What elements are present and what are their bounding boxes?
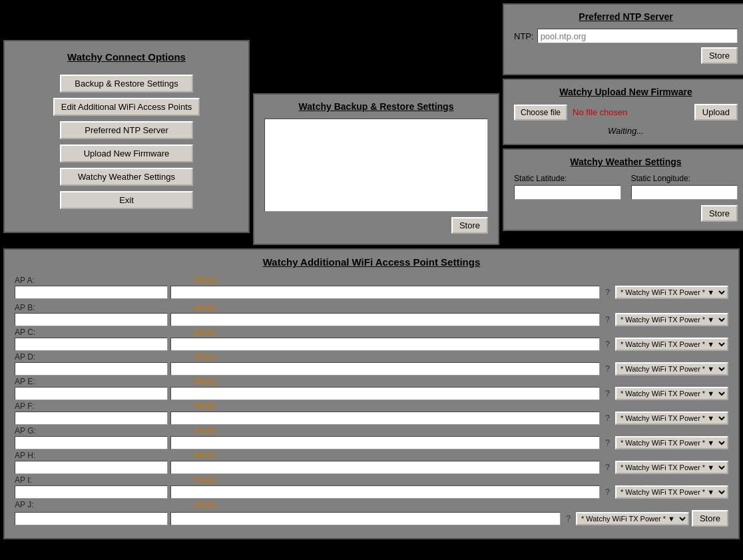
- ap-j-tx-select[interactable]: * Watchy WiFi TX Power * ▼: [576, 512, 689, 525]
- ap-e-pass[interactable]: [170, 387, 600, 400]
- pass-d-label: PASS:: [194, 352, 220, 362]
- ap-c-tx-select[interactable]: * Watchy WiFi TX Power * ▼: [615, 338, 728, 351]
- ntp-panel: Preferred NTP Server NTP: Store: [503, 3, 743, 75]
- pass-j-label: PASS:: [194, 500, 220, 509]
- ap-c-question: ?: [605, 340, 610, 349]
- ap-b-tx-select[interactable]: * Watchy WiFi TX Power * ▼: [615, 313, 728, 326]
- ap-e-question: ?: [605, 389, 610, 398]
- ap-d-tx-select[interactable]: * Watchy WiFi TX Power * ▼: [615, 362, 728, 376]
- firmware-btn[interactable]: Upload New Firmware: [60, 144, 193, 162]
- ntp-btn[interactable]: Preferred NTP Server: [60, 121, 193, 139]
- ap-d-label: AP D:: [15, 352, 41, 362]
- ap-f-tx-select[interactable]: * Watchy WiFi TX Power * ▼: [615, 412, 728, 425]
- ap-h-tx-select[interactable]: * Watchy WiFi TX Power * ▼: [615, 461, 728, 474]
- firmware-panel: Watchy Upload New Firmware Choose file N…: [503, 79, 743, 145]
- ap-e-tx-select[interactable]: * Watchy WiFi TX Power * ▼: [615, 387, 728, 400]
- ap-a-group: AP A: PASS: ? * Watchy WiFi TX Power * ▼: [15, 276, 728, 299]
- ap-a-tx-select[interactable]: * Watchy WiFi TX Power * ▼: [615, 286, 728, 299]
- ap-g-question: ?: [605, 438, 610, 447]
- ap-i-group: AP I: PASS: ? * Watchy WiFi TX Power * ▼: [15, 475, 728, 499]
- right-panels: Preferred NTP Server NTP: Store Watchy U…: [503, 3, 743, 231]
- ap-f-pass[interactable]: [170, 412, 600, 425]
- ap-h-question: ?: [605, 463, 610, 472]
- ap-h-pass[interactable]: [170, 461, 600, 474]
- ap-f-label: AP F:: [15, 402, 41, 411]
- wifi-store-button[interactable]: Store: [692, 510, 728, 527]
- choose-file-button[interactable]: Choose file: [514, 105, 567, 121]
- pass-e-label: PASS:: [194, 377, 220, 386]
- ap-i-label: AP I:: [15, 475, 41, 485]
- ap-b-label: AP B:: [15, 303, 41, 312]
- backup-restore-panel: Watchy Backup & Restore Settings Store: [253, 93, 499, 245]
- wifi-section: Watchy Additional WiFi Access Point Sett…: [3, 248, 740, 539]
- ap-g-tx-select[interactable]: * Watchy WiFi TX Power * ▼: [615, 436, 728, 449]
- backup-store-button[interactable]: Store: [451, 217, 488, 234]
- ap-e-label: AP E:: [15, 377, 41, 386]
- ntp-title: Preferred NTP Server: [514, 11, 738, 22]
- connect-options-title: Watchy Connect Options: [18, 51, 235, 63]
- ap-a-ssid[interactable]: [15, 286, 168, 299]
- backup-restore-title: Watchy Backup & Restore Settings: [264, 101, 488, 112]
- ap-b-group: AP B: PASS: ? * Watchy WiFi TX Power * ▼: [15, 303, 728, 326]
- ap-j-ssid[interactable]: [15, 512, 168, 525]
- ap-i-pass[interactable]: [170, 485, 600, 499]
- pass-f-label: PASS:: [194, 402, 220, 411]
- exit-button[interactable]: Exit: [60, 191, 193, 209]
- lat-label: Static Latitude:: [514, 174, 621, 183]
- weather-btn[interactable]: Watchy Weather Settings: [60, 168, 193, 186]
- ap-f-group: AP F: PASS: ? * Watchy WiFi TX Power * ▼: [15, 402, 728, 425]
- backup-restore-btn[interactable]: Backup & Restore Settings: [60, 75, 193, 93]
- lon-label: Static Longitude:: [631, 174, 738, 183]
- ap-g-label: AP G:: [15, 426, 41, 435]
- ap-j-pass[interactable]: [170, 512, 561, 525]
- pass-i-label: PASS:: [194, 475, 220, 485]
- ap-h-label: AP H:: [15, 451, 41, 460]
- pass-h-label: PASS:: [194, 451, 220, 460]
- ap-i-ssid[interactable]: [15, 485, 168, 499]
- ap-f-question: ?: [605, 414, 610, 423]
- ap-b-question: ?: [605, 315, 610, 324]
- ap-b-ssid[interactable]: [15, 313, 168, 326]
- pass-c-label: PASS:: [194, 328, 220, 337]
- firmware-waiting-text: Waiting...: [514, 126, 738, 136]
- ap-j-label: AP J:: [15, 500, 41, 509]
- pass-g-label: PASS:: [194, 426, 220, 435]
- ap-i-question: ?: [605, 487, 610, 497]
- ntp-label: NTP:: [514, 31, 534, 41]
- pass-a-label: PASS:: [194, 276, 220, 285]
- ap-c-ssid[interactable]: [15, 338, 168, 351]
- ap-d-group: AP D: PASS: ? * Watchy WiFi TX Power * ▼: [15, 352, 728, 376]
- ap-c-label: AP C:: [15, 328, 41, 337]
- lon-input[interactable]: [631, 185, 738, 200]
- ap-b-pass[interactable]: [170, 313, 600, 326]
- ap-a-pass[interactable]: [170, 286, 600, 299]
- ap-h-group: AP H: PASS: ? * Watchy WiFi TX Power * ▼: [15, 451, 728, 474]
- lat-input[interactable]: [514, 185, 621, 200]
- backup-restore-textarea[interactable]: [264, 119, 488, 212]
- ap-e-ssid[interactable]: [15, 387, 168, 400]
- ntp-input[interactable]: [537, 29, 738, 43]
- upload-button[interactable]: Upload: [694, 104, 738, 121]
- firmware-title: Watchy Upload New Firmware: [514, 87, 738, 97]
- edit-wifi-btn[interactable]: Edit Additional WiFi Access Points: [53, 98, 200, 116]
- ap-i-tx-select[interactable]: * Watchy WiFi TX Power * ▼: [615, 485, 728, 499]
- ap-g-ssid[interactable]: [15, 436, 168, 449]
- ap-d-question: ?: [605, 364, 610, 374]
- ap-d-pass[interactable]: [170, 362, 600, 376]
- weather-panel: Watchy Weather Settings Static Latitude:…: [503, 148, 743, 231]
- ap-c-pass[interactable]: [170, 338, 600, 351]
- ap-g-pass[interactable]: [170, 436, 600, 449]
- no-file-text: No file chosen: [573, 107, 689, 117]
- ap-a-question: ?: [605, 288, 610, 297]
- connect-options-panel: Watchy Connect Options Backup & Restore …: [3, 40, 250, 233]
- ap-c-group: AP C: PASS: ? * Watchy WiFi TX Power * ▼: [15, 328, 728, 351]
- weather-store-button[interactable]: Store: [701, 205, 738, 222]
- ap-h-ssid[interactable]: [15, 461, 168, 474]
- ntp-store-button[interactable]: Store: [701, 47, 738, 64]
- ap-d-ssid[interactable]: [15, 362, 168, 376]
- ap-f-ssid[interactable]: [15, 412, 168, 425]
- weather-title: Watchy Weather Settings: [514, 156, 738, 167]
- ap-j-group: AP J: PASS: ? * Watchy WiFi TX Power * ▼…: [15, 500, 728, 527]
- ap-a-label: AP A:: [15, 276, 41, 285]
- wifi-title: Watchy Additional WiFi Access Point Sett…: [15, 256, 728, 268]
